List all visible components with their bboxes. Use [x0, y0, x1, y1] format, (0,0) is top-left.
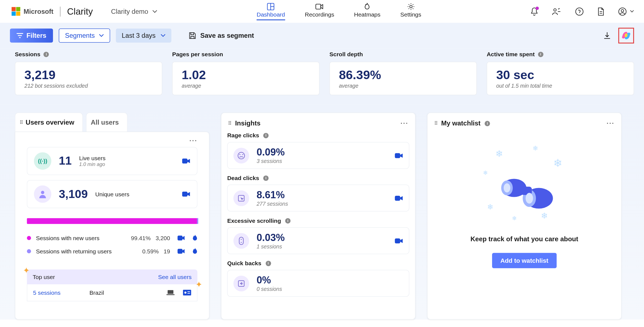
info-icon[interactable]: i	[265, 261, 271, 266]
flame-icon	[192, 248, 197, 254]
kpi-card[interactable]: 86.39% average	[329, 62, 477, 95]
chevron-down-icon	[160, 34, 165, 37]
legend-label: Sessions with new users	[36, 235, 100, 241]
svg-rect-14	[168, 290, 173, 294]
view-heatmap-button[interactable]	[192, 248, 197, 254]
binoculars-illustration: ❄ ❄ ❄ ❄ ❄ ❄ ❄	[479, 144, 570, 227]
kpi-card[interactable]: 1.02 average	[172, 62, 319, 95]
insight-card[interactable]: 0%0 sessions	[227, 270, 409, 297]
microsoft-logo-icon	[12, 7, 20, 16]
video-icon	[178, 249, 185, 254]
notification-dot-icon	[536, 6, 539, 10]
copilot-icon	[621, 30, 632, 41]
panel-more-button[interactable]: ···	[401, 120, 409, 127]
daterange-button[interactable]: Last 3 days	[116, 29, 171, 43]
kpi-sub: 212 bot sessions excluded	[25, 83, 153, 89]
help-icon	[575, 7, 584, 15]
kpi-sub: average	[339, 83, 467, 89]
insight-card[interactable]: 0.09%3 sessions	[227, 142, 409, 169]
panel-more-button[interactable]: ···	[607, 120, 615, 127]
kpi-card[interactable]: 3,219 212 bot sessions excluded	[15, 62, 162, 95]
view-recordings-button[interactable]	[395, 195, 403, 201]
live-users-card[interactable]: ((·)) 11 Live users 1.0 min ago	[27, 147, 197, 175]
video-icon	[182, 158, 190, 164]
watchlist-panel: ⠿My watchlisti ··· ❄ ❄ ❄ ❄ ❄ ❄ ❄	[427, 112, 622, 320]
scroll-icon	[234, 233, 249, 248]
insight-card[interactable]: 0.03%1 sessions	[227, 227, 409, 254]
svg-point-20	[238, 152, 245, 159]
unique-users-card[interactable]: 3,109 Unique users	[27, 180, 197, 208]
document-button[interactable]	[598, 7, 604, 15]
info-icon[interactable]: i	[44, 52, 49, 57]
segments-button[interactable]: Segments	[59, 29, 110, 43]
help-button[interactable]	[575, 7, 584, 15]
add-to-watchlist-button[interactable]: Add to watchlist	[492, 253, 557, 268]
tab-all-users[interactable]: All users	[86, 112, 128, 132]
nav-dashboard[interactable]: Dashboard	[257, 3, 285, 20]
document-icon	[598, 7, 604, 15]
save-segment-button[interactable]: Save as segment	[189, 32, 254, 39]
insight-sub: 0 sessions	[257, 286, 282, 292]
topbar: Microsoft Clarity Clarity demo Dashboard…	[0, 0, 644, 23]
sparkle-icon: ✦	[195, 279, 203, 289]
view-recordings-button[interactable]	[178, 235, 185, 240]
user-ratio-bar	[27, 218, 197, 224]
tab-label: Users overview	[26, 119, 74, 126]
grip-icon: ⠿	[434, 120, 437, 126]
svg-rect-11	[182, 192, 188, 197]
nav-recordings[interactable]: Recordings	[305, 3, 334, 20]
feedback-button[interactable]	[552, 8, 561, 15]
insight-label: Dead clicks	[227, 175, 259, 181]
nav-settings[interactable]: Settings	[400, 3, 421, 20]
dead-click-icon	[234, 190, 249, 206]
view-recordings-button[interactable]	[182, 191, 190, 197]
rage-face-icon	[234, 148, 249, 163]
view-recordings-button[interactable]	[395, 238, 403, 243]
video-icon	[315, 3, 324, 10]
segments-label: Segments	[65, 32, 95, 39]
svg-point-5	[554, 9, 556, 11]
svg-rect-16	[183, 290, 191, 296]
tab-users-overview[interactable]: ⠿Users overview	[15, 112, 83, 132]
view-recordings-button[interactable]	[178, 249, 185, 254]
insight-value: 8.61%	[257, 189, 288, 201]
info-icon[interactable]: i	[538, 52, 543, 57]
info-icon[interactable]: i	[263, 133, 269, 138]
legend-dot-icon	[27, 236, 31, 240]
see-all-users-link[interactable]: See all users	[158, 274, 192, 280]
nav-heatmaps[interactable]: Heatmaps	[354, 3, 380, 20]
info-icon[interactable]: i	[285, 218, 291, 223]
kpi-scroll-depth: Scroll depth 86.39% average	[329, 51, 477, 95]
info-icon[interactable]: i	[263, 175, 269, 181]
download-button[interactable]	[603, 32, 611, 39]
flame-icon	[192, 235, 197, 241]
top-user-row[interactable]: 5 sessions Brazil	[27, 284, 197, 301]
live-sub: 1.0 min ago	[79, 161, 106, 167]
copilot-button[interactable]	[618, 28, 634, 44]
profile-menu[interactable]	[618, 7, 634, 15]
insight-quick-backs: Quick backsi 0%0 sessions	[221, 258, 415, 301]
view-recordings-button[interactable]	[182, 158, 190, 164]
kpi-row: Sessionsi 3,219 212 bot sessions exclude…	[0, 49, 644, 104]
insight-card[interactable]: 8.61%277 sessions	[227, 185, 409, 212]
insight-rage-clicks: Rage clicksi 0.09%3 sessions	[221, 130, 415, 173]
view-recordings-button[interactable]	[395, 152, 403, 158]
unique-label: Unique users	[95, 191, 129, 197]
brand-text: Clarity	[67, 6, 93, 17]
project-selector[interactable]: Clarity demo	[111, 8, 157, 15]
notifications-button[interactable]	[531, 7, 538, 15]
download-icon	[603, 32, 611, 39]
video-icon	[395, 238, 403, 243]
legend-returning-users: Sessions with returning users 0.59% 19	[27, 245, 197, 258]
panel-more-button[interactable]: ···	[27, 137, 197, 144]
kpi-card[interactable]: 30 sec out of 1.5 min total time	[487, 62, 634, 95]
filters-button[interactable]: Filters	[10, 29, 53, 43]
info-icon[interactable]: i	[485, 121, 490, 126]
insight-value: 0.09%	[257, 146, 285, 158]
kpi-value: 86.39%	[339, 68, 467, 82]
main-nav: Dashboard Recordings Heatmaps Settings	[257, 3, 421, 20]
svg-rect-13	[178, 249, 183, 254]
top-user-header: ✦ Top user See all users ✦	[27, 269, 197, 284]
svg-point-17	[184, 292, 187, 294]
view-heatmap-button[interactable]	[192, 235, 197, 241]
